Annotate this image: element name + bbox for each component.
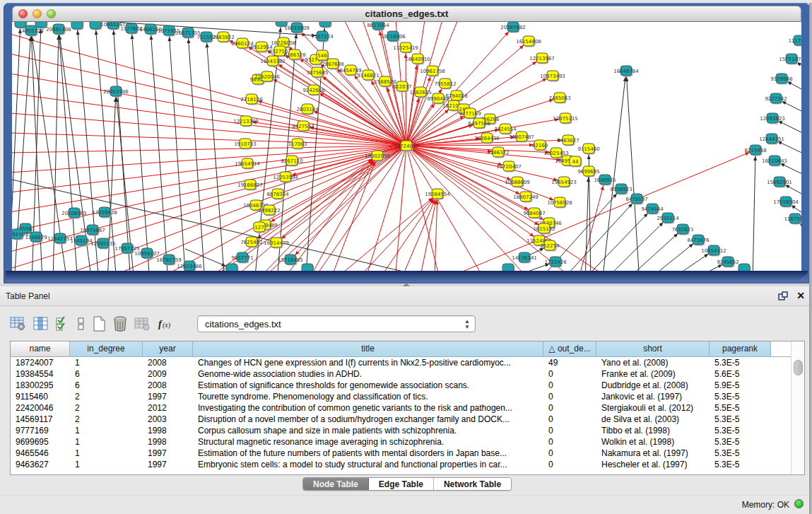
svg-text:12093823: 12093823 (760, 116, 785, 122)
table-settings-icon[interactable] (10, 316, 26, 332)
citation-graph[interactable]: 1405572420691406106552671527602646616010… (12, 22, 801, 271)
svg-text:9242848: 9242848 (302, 88, 324, 93)
column-header-pagerank[interactable]: pagerank (710, 341, 771, 357)
svg-text:8813054: 8813054 (367, 23, 389, 28)
cell-year: 2009 (143, 368, 193, 380)
table-row[interactable]: 1456911722003Disruption of a novel membe… (11, 414, 791, 425)
new-document-icon[interactable] (93, 316, 106, 332)
cell-short: Hescheler et al. (1997) (596, 459, 710, 470)
cell-short: Dudbridge et al. (2008) (596, 380, 710, 391)
cell-short: de Silva et al. (2003) (596, 414, 710, 425)
delete-table-icon[interactable] (134, 316, 151, 332)
cell-in-degree: 2 (70, 414, 143, 425)
svg-text:9463627: 9463627 (557, 138, 579, 144)
column-header-title[interactable]: title (193, 341, 543, 357)
svg-text:17359928: 17359928 (92, 210, 117, 216)
svg-text:18640910: 18640910 (405, 57, 430, 62)
svg-text:7955812: 7955812 (434, 81, 456, 87)
column-header-in-degree[interactable]: in_degree (70, 341, 143, 357)
network-canvas[interactable]: 1405572420691406106552671527602646616010… (12, 22, 801, 271)
column-header-year[interactable]: year (143, 341, 193, 357)
close-panel-icon[interactable]: ✕ (796, 290, 805, 301)
memory-ok-icon (794, 499, 804, 508)
cell-name: 18300295 (11, 380, 70, 391)
tab-network-table[interactable]: Network Table (434, 478, 511, 490)
svg-text:1362615: 1362615 (409, 90, 431, 95)
table-columns-icon[interactable] (33, 316, 49, 332)
table-row[interactable]: 946362711997Embryonic stem cells: a mode… (11, 459, 791, 470)
svg-text:11325419: 11325419 (393, 45, 418, 51)
table-vertical-scrollbar[interactable] (791, 341, 804, 474)
svg-text:822037: 822037 (393, 84, 412, 90)
select-columns-icon[interactable] (56, 316, 70, 332)
table-row[interactable]: 946554611997Estimation of the future num… (11, 448, 791, 459)
svg-text:117003: 117003 (288, 141, 307, 147)
table-row[interactable]: 969969511998Structural magnetic resonanc… (11, 436, 791, 448)
column-header-short[interactable]: short (596, 341, 710, 357)
graph-node-teal (502, 264, 514, 271)
svg-text:8958923: 8958923 (610, 187, 632, 192)
svg-text:15716485: 15716485 (278, 257, 303, 263)
svg-text:3875685: 3875685 (306, 70, 328, 76)
svg-text:18807249: 18807249 (513, 194, 539, 200)
delete-icon[interactable] (113, 316, 127, 332)
cell-out-de-: 0 (543, 448, 596, 459)
table-row[interactable]: 1872400712008Changes of HCN gene express… (11, 357, 791, 368)
network-window-title: citations_edges.txt (13, 8, 801, 19)
svg-text:10654112: 10654112 (701, 248, 726, 254)
cell-title: Corpus callosum shape and size in male p… (193, 425, 543, 436)
tab-edge-table[interactable]: Edge Table (369, 478, 434, 490)
float-panel-icon[interactable] (778, 291, 788, 301)
table-panel-header: Table Panel ✕ (0, 286, 812, 306)
table-tabs: Node TableEdge TableNetwork Table (302, 477, 512, 491)
cell-title: Investigating the contribution of common… (193, 402, 543, 414)
network-window-bottom-border (6, 271, 808, 282)
svg-text:12942757: 12942757 (47, 236, 73, 242)
network-window-titlebar[interactable]: citations_edges.txt (12, 6, 801, 22)
table-selector-dropdown[interactable]: citations_edges.txt ▲▼ (197, 315, 476, 332)
row-height-icon[interactable] (77, 316, 86, 332)
table-row[interactable]: 2242004622012Investigating the contribut… (11, 402, 791, 414)
resize-grip-icon[interactable] (799, 272, 808, 281)
svg-text:1733426: 1733426 (544, 259, 567, 265)
table-row[interactable]: 911546021997Tourette syndrome. Phenomeno… (11, 391, 791, 402)
cell-name: 9699695 (11, 436, 70, 448)
cell-out-de-: 0 (543, 414, 596, 425)
column-header-out-de-[interactable]: △ out_de... (543, 341, 596, 357)
cell-short: Nakamura et al. (1997) (596, 448, 710, 459)
svg-text:9329966: 9329966 (770, 76, 793, 82)
table-row[interactable]: 1830029562008Estimation of significance … (11, 380, 791, 391)
cell-name: 22420046 (11, 402, 70, 414)
cell-short: Jankovic et al. (1997) (596, 391, 710, 402)
cell-pagerank: 5.9E-5 (710, 380, 771, 391)
table-toolbar: f (x) citations_edges.txt ▲▼ (10, 313, 476, 334)
svg-text:18226058: 18226058 (271, 40, 296, 46)
svg-text:12505135: 12505135 (90, 241, 116, 247)
svg-text:10975867: 10975867 (80, 228, 105, 233)
svg-text:1640935: 1640935 (594, 177, 616, 183)
tab-node-table[interactable]: Node Table (303, 478, 369, 490)
svg-text:1910733: 1910733 (234, 141, 256, 147)
cell-year: 1998 (143, 425, 193, 436)
function-icon[interactable]: f (x) (158, 316, 175, 332)
svg-text:3824554: 3824554 (494, 127, 517, 132)
graph-node-teal (739, 264, 750, 271)
cell-out-de-: 0 (543, 425, 596, 436)
table-body: 1872400712008Changes of HCN gene express… (11, 357, 791, 470)
graph-node-teal (15, 22, 26, 28)
app-window-right-edge (809, 3, 812, 514)
table-row[interactable]: 977716911998Corpus callosum shape and si… (11, 425, 791, 436)
cell-title: Genome-wide association studies in ADHD. (193, 368, 543, 380)
svg-text:1117536: 1117536 (788, 38, 801, 44)
svg-text:20053346: 20053346 (103, 89, 129, 95)
cell-in-degree: 1 (70, 425, 143, 436)
column-header-name[interactable]: name (11, 341, 70, 357)
table-row[interactable]: 1938455462009Genome-wide association stu… (11, 368, 791, 380)
cell-in-degree: 2 (70, 391, 143, 402)
svg-text:7485063: 7485063 (548, 95, 570, 101)
graph-node-teal (90, 22, 101, 29)
node-table: namein_degreeyeartitle△ out_de...shortpa… (10, 341, 805, 475)
svg-text:7663822: 7663822 (212, 35, 234, 40)
scrollbar-thumb[interactable] (794, 360, 803, 375)
cell-in-degree: 6 (70, 368, 143, 380)
